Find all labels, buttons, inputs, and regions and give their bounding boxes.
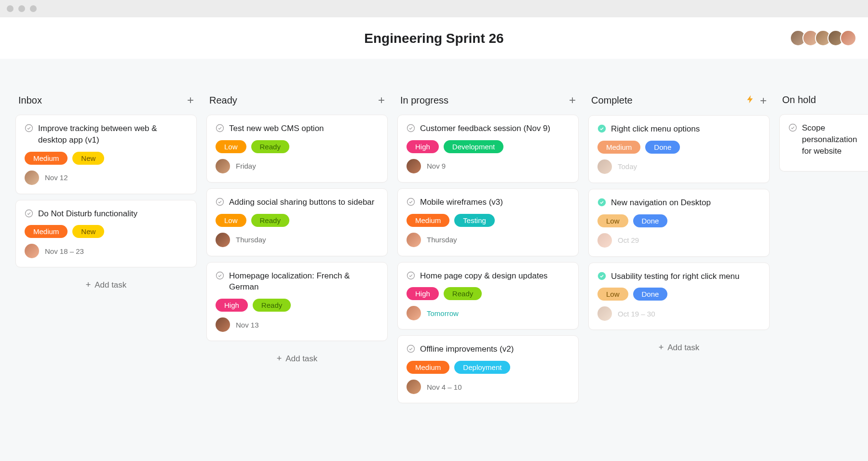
task-card[interactable]: Improve tracking between web & desktop a… bbox=[15, 115, 197, 194]
tag-priority[interactable]: High bbox=[407, 140, 439, 153]
tag-priority[interactable]: Medium bbox=[407, 361, 449, 374]
due-date: Nov 9 bbox=[427, 162, 446, 170]
tag-priority[interactable]: Medium bbox=[407, 214, 449, 227]
add-card-icon[interactable]: + bbox=[760, 95, 767, 106]
task-title: Offline improvements (v2) bbox=[420, 343, 570, 355]
task-title: Mobile wireframes (v3) bbox=[420, 197, 570, 208]
assignee-avatar[interactable] bbox=[216, 233, 230, 247]
tag-status[interactable]: Ready bbox=[253, 299, 291, 312]
assignee-avatar[interactable] bbox=[407, 159, 421, 173]
add-task-button[interactable]: + Add task bbox=[15, 273, 197, 297]
avatar[interactable] bbox=[840, 30, 856, 46]
column-header: In progress + bbox=[397, 94, 579, 115]
check-icon[interactable] bbox=[216, 124, 224, 132]
add-card-icon[interactable]: + bbox=[187, 94, 194, 106]
column-header: Inbox + bbox=[15, 94, 197, 115]
svg-point-12 bbox=[789, 124, 797, 132]
svg-point-7 bbox=[407, 272, 415, 279]
tag-priority[interactable]: Low bbox=[597, 214, 628, 227]
check-icon[interactable] bbox=[407, 124, 415, 132]
tag-priority[interactable]: Medium bbox=[25, 225, 68, 238]
task-card[interactable]: Scope personalization for website bbox=[779, 114, 868, 171]
task-card[interactable]: Right click menu options Medium Done Tod… bbox=[588, 115, 770, 183]
due-date: Nov 18 – 23 bbox=[45, 247, 84, 255]
column-title[interactable]: Inbox bbox=[18, 95, 42, 106]
tag-priority[interactable]: Medium bbox=[25, 152, 68, 165]
column-title[interactable]: Complete bbox=[591, 95, 633, 106]
assignee-avatar[interactable] bbox=[597, 159, 612, 174]
plus-icon: + bbox=[277, 354, 282, 364]
tag-status[interactable]: New bbox=[72, 225, 104, 238]
column-title[interactable]: In progress bbox=[400, 95, 448, 106]
tag-status[interactable]: Done bbox=[645, 141, 680, 154]
bolt-icon[interactable] bbox=[746, 94, 755, 106]
column-title[interactable]: On hold bbox=[782, 94, 816, 105]
assignee-avatar[interactable] bbox=[216, 159, 230, 173]
add-task-label: Add task bbox=[95, 280, 126, 290]
assignee-avatar[interactable] bbox=[597, 306, 612, 321]
tag-priority[interactable]: Medium bbox=[597, 141, 640, 154]
add-card-icon[interactable]: + bbox=[378, 94, 385, 106]
task-title: Right click menu options bbox=[611, 123, 760, 135]
task-title: Home page copy & design updates bbox=[420, 270, 570, 282]
check-icon[interactable] bbox=[407, 271, 415, 280]
task-title: Scope personalization for website bbox=[802, 122, 867, 157]
check-complete-icon[interactable] bbox=[597, 124, 606, 133]
check-complete-icon[interactable] bbox=[597, 198, 606, 207]
tag-priority[interactable]: Low bbox=[216, 214, 246, 227]
assignee-avatar[interactable] bbox=[597, 233, 612, 248]
due-date: Today bbox=[618, 162, 637, 171]
check-icon[interactable] bbox=[25, 209, 33, 218]
svg-point-11 bbox=[598, 272, 606, 280]
tag-status[interactable]: Testing bbox=[454, 214, 495, 227]
assignee-avatar[interactable] bbox=[25, 171, 39, 185]
add-task-button[interactable]: + Add task bbox=[588, 336, 770, 359]
tag-status[interactable]: Ready bbox=[251, 140, 289, 153]
task-card[interactable]: New navigation on Desktop Low Done Oct 2… bbox=[588, 189, 770, 257]
column-title[interactable]: Ready bbox=[209, 95, 237, 106]
due-date: Oct 19 – 30 bbox=[618, 310, 655, 318]
assignee-avatar[interactable] bbox=[407, 233, 421, 247]
column-header: Ready + bbox=[206, 94, 388, 115]
tag-status[interactable]: Development bbox=[444, 140, 503, 153]
add-task-label: Add task bbox=[285, 354, 317, 364]
add-card-icon[interactable]: + bbox=[569, 94, 576, 106]
tag-status[interactable]: Done bbox=[633, 288, 668, 301]
task-card[interactable]: Homepage localization: French & German H… bbox=[206, 262, 388, 342]
check-complete-icon[interactable] bbox=[597, 272, 606, 280]
task-card[interactable]: Usability testing for right click menu L… bbox=[588, 263, 770, 330]
tag-priority[interactable]: Low bbox=[597, 288, 628, 301]
add-task-button[interactable]: + Add task bbox=[206, 347, 388, 370]
task-card[interactable]: Customer feedback session (Nov 9) High D… bbox=[397, 115, 579, 183]
task-card[interactable]: Mobile wireframes (v3) Medium Testing Th… bbox=[397, 188, 579, 256]
assignee-avatar[interactable] bbox=[216, 317, 230, 332]
check-icon[interactable] bbox=[407, 344, 415, 353]
tag-priority[interactable]: High bbox=[407, 287, 439, 300]
tag-priority[interactable]: Low bbox=[216, 140, 246, 153]
check-icon[interactable] bbox=[216, 271, 224, 280]
tag-status[interactable]: Ready bbox=[251, 214, 289, 227]
task-card[interactable]: Test new web CMS option Low Ready Friday bbox=[206, 115, 388, 183]
assignee-avatar[interactable] bbox=[25, 244, 39, 258]
collaborator-avatars[interactable] bbox=[790, 30, 856, 46]
tag-status[interactable]: Done bbox=[633, 214, 668, 227]
tag-status[interactable]: Deployment bbox=[454, 361, 510, 374]
svg-point-5 bbox=[407, 125, 415, 132]
tag-priority[interactable]: High bbox=[216, 299, 248, 312]
plus-icon: + bbox=[659, 342, 664, 353]
assignee-avatar[interactable] bbox=[407, 306, 421, 320]
check-icon[interactable] bbox=[788, 123, 797, 132]
task-card[interactable]: Offline improvements (v2) Medium Deploym… bbox=[397, 335, 579, 403]
task-card[interactable]: Do Not Disturb functionality Medium New … bbox=[15, 200, 197, 268]
tag-status[interactable]: New bbox=[72, 152, 104, 165]
assignee-avatar[interactable] bbox=[407, 380, 421, 394]
due-date: Tomorrow bbox=[427, 309, 459, 317]
check-icon[interactable] bbox=[407, 198, 415, 206]
check-icon[interactable] bbox=[216, 198, 224, 206]
task-card[interactable]: Adding social sharing buttons to sidebar… bbox=[206, 188, 388, 256]
svg-point-3 bbox=[217, 198, 224, 205]
task-card[interactable]: Home page copy & design updates High Rea… bbox=[397, 262, 579, 330]
tag-status[interactable]: Ready bbox=[444, 287, 482, 300]
page-header: Engineering Sprint 26 bbox=[0, 17, 868, 59]
check-icon[interactable] bbox=[25, 124, 33, 132]
